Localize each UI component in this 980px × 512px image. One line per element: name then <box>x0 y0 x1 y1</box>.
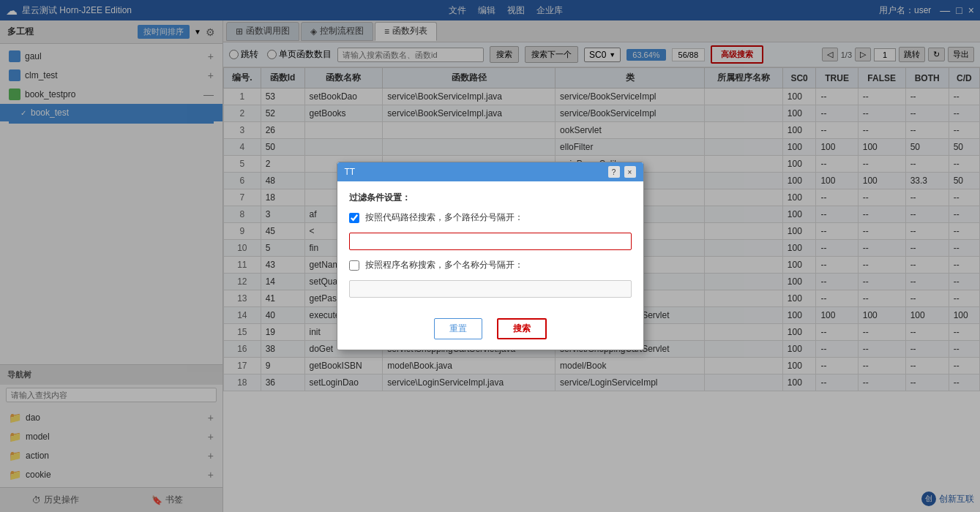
filter-prog-input[interactable] <box>349 280 632 298</box>
modal-body: 过滤条件设置： 按照代码路径搜索，多个路径分号隔开： servlet| 按照程序… <box>337 181 643 311</box>
filter-prog-checkbox[interactable] <box>349 260 359 271</box>
filter-prog-row: 按照程序名称搜索，多个名称分号隔开： <box>349 259 632 271</box>
modal-overlay: TT ? × 过滤条件设置： 按照代码路径搜索，多个路径分号隔开： servle… <box>0 0 980 512</box>
modal-titlebar: TT ? × <box>337 162 643 181</box>
modal-footer: 重置 搜索 <box>337 311 643 350</box>
filter-prog-label: 按照程序名称搜索，多个名称分号隔开： <box>365 259 523 271</box>
modal-search-button[interactable]: 搜索 <box>497 318 547 339</box>
filter-path-label: 按照代码路径搜索，多个路径分号隔开： <box>365 211 523 224</box>
filter-path-row: 按照代码路径搜索，多个路径分号隔开： <box>349 211 632 224</box>
modal-title: TT <box>345 167 356 177</box>
filter-modal: TT ? × 过滤条件设置： 按照代码路径搜索，多个路径分号隔开： servle… <box>337 162 644 350</box>
filter-path-checkbox[interactable] <box>349 213 359 223</box>
filter-path-block: 按照代码路径搜索，多个路径分号隔开： servlet| <box>349 211 632 256</box>
modal-close-button[interactable]: × <box>624 166 636 178</box>
filter-prog-block: 按照程序名称搜索，多个名称分号隔开： <box>349 259 632 298</box>
filter-path-input[interactable]: servlet| <box>349 233 632 250</box>
modal-titlebar-buttons: ? × <box>608 166 636 178</box>
modal-section-title: 过滤条件设置： <box>349 192 632 204</box>
modal-help-button[interactable]: ? <box>608 166 620 178</box>
modal-reset-button[interactable]: 重置 <box>434 318 482 339</box>
